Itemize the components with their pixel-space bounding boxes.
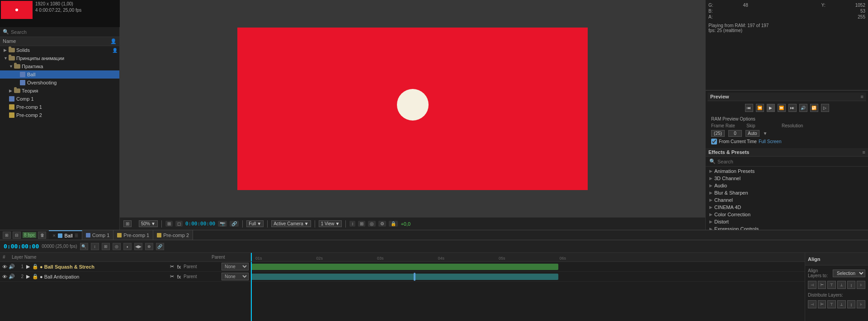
preview-alpha-btn[interactable]: ▷ [821, 104, 829, 112]
effects-search-bar[interactable]: 🔍 [706, 157, 868, 167]
dist-btn-4[interactable]: ⊥ [837, 300, 846, 308]
ep-color-correction[interactable]: ▶ Color Correction [706, 211, 868, 218]
tree-item-theory[interactable]: ▶ Теория [0, 87, 119, 95]
tl-btn-2[interactable]: ⊞ [102, 243, 110, 250]
lock-btn[interactable]: 🔒 [389, 221, 398, 227]
tab-close-ball[interactable]: ✕ [52, 233, 56, 238]
tree-item-ball[interactable]: Ball [0, 70, 119, 79]
bpc-badge[interactable]: 8 bpc [23, 232, 36, 238]
grid-btn[interactable]: ⊞ [165, 221, 173, 227]
tab-comp1[interactable]: Comp 1 [82, 230, 114, 240]
zoom-dropdown[interactable]: 50% ▼ [139, 220, 158, 227]
layer-audio-1[interactable]: 🔊 [9, 264, 14, 270]
dist-btn-6[interactable]: ⊦ [857, 300, 865, 308]
tl-btn-5[interactable]: ◀▶ [134, 243, 142, 250]
tree-item-overshooting[interactable]: Overshooting [0, 79, 119, 87]
ep-channel[interactable]: ▶ Channel [706, 196, 868, 204]
project-search-bar[interactable]: 🔍 [0, 27, 119, 37]
preview-loop-btn[interactable]: 🔁 [810, 104, 818, 112]
tree-item-solids[interactable]: ▶ Solids 👤 [0, 46, 119, 54]
layer-vis-2[interactable]: 👁 [2, 274, 7, 279]
tree-item-principles[interactable]: ▼ Принципы анимации [0, 54, 119, 62]
tl-search[interactable]: 🔍 [80, 243, 88, 250]
tl-btn-6[interactable]: ⊕ [145, 243, 153, 250]
grid-tool[interactable]: ⊞ [123, 220, 132, 227]
ep-audio[interactable]: ▶ Audio [706, 182, 868, 189]
from-current-checkbox[interactable] [711, 139, 717, 144]
preview-prev-btn[interactable]: ⏪ [756, 104, 764, 112]
ruler[interactable]: 01s 02s 03s 04s 05s 06s [251, 253, 805, 262]
playhead[interactable] [251, 262, 252, 321]
target-btn[interactable]: ◎ [368, 221, 376, 227]
layer-effects-1[interactable]: fx [176, 264, 182, 270]
dist-btn-5[interactable]: | [847, 300, 856, 308]
tl-btn-3[interactable]: ◎ [113, 243, 121, 250]
ep-3d-channel[interactable]: ▶ 3D Channel [706, 175, 868, 182]
layer-effects-2[interactable]: fx [176, 274, 182, 279]
project-search-input[interactable] [11, 29, 117, 35]
track-bar-2[interactable] [251, 274, 558, 280]
transfer-btn[interactable]: ↕ [349, 221, 355, 227]
tl-tool-2[interactable]: ⊟ [13, 232, 21, 239]
tab-precomp1[interactable]: Pre-comp 1 [113, 230, 153, 240]
full-screen-link[interactable]: Full Screen [759, 139, 782, 144]
ep-animation-presets[interactable]: ▶ Animation Presets [706, 167, 868, 175]
dist-btn-2[interactable]: ⊢ [818, 300, 826, 308]
layer-solo-2[interactable]: ✂ [169, 274, 175, 279]
preview-menu-icon[interactable]: ≡ [861, 94, 863, 99]
tl-btn-1[interactable]: ↕ [91, 243, 99, 250]
dist-btn-1[interactable]: ⊣ [808, 300, 816, 308]
frame-rate-value[interactable]: (25) [711, 130, 725, 137]
skip-value[interactable]: 0 [728, 130, 742, 137]
effects-search-input[interactable] [717, 159, 864, 164]
preview-play-btn[interactable]: ▶ [767, 104, 775, 112]
tab-menu-ball[interactable]: ☰ [75, 233, 78, 238]
tl-btn-7[interactable]: 🔗 [156, 243, 164, 250]
ep-blur-sharpen[interactable]: ▶ Blur & Sharpen [706, 189, 868, 196]
layer-expand-1[interactable]: ▶ [25, 264, 31, 270]
timeline-tracks[interactable] [251, 262, 805, 321]
preview-last-btn[interactable]: ⏭ [788, 104, 797, 112]
layer-expand-2[interactable]: ▶ [25, 274, 31, 279]
align-right-btn[interactable]: ⊤ [827, 281, 836, 289]
align-to-dropdown[interactable]: Selection [833, 270, 865, 277]
tl-tool-3[interactable]: 🗑 [38, 232, 46, 239]
camera-icon-btn[interactable]: 📷 [218, 221, 227, 227]
viewer-timecode[interactable]: 0:00:00:00 [185, 221, 215, 227]
align-vcenter-btn[interactable]: | [847, 281, 856, 289]
tl-timecode[interactable]: 0:00:00:00 [4, 243, 39, 250]
effects-menu-icon[interactable]: ≡ [863, 149, 865, 155]
tab-ball[interactable]: ✕ Ball ☰ [49, 230, 82, 240]
resolution-value[interactable]: Auto [745, 130, 760, 137]
chain-btn[interactable]: 🔗 [230, 221, 239, 227]
views-dropdown[interactable]: 1 View ▼ [319, 220, 342, 227]
tree-item-precomp2[interactable]: Pre-comp 2 [0, 111, 119, 119]
add-item-icon[interactable]: 👤 [110, 38, 117, 44]
align-top-btn[interactable]: ⊥ [837, 281, 846, 289]
add-icon-solids[interactable]: 👤 [112, 48, 118, 53]
layer-lock-1[interactable]: 🔒 [33, 264, 38, 270]
layer-lock-2[interactable]: 🔒 [33, 274, 38, 279]
tl-tool-1[interactable]: ⊞ [3, 232, 11, 239]
tree-item-practice[interactable]: ▼ Практика [0, 62, 119, 70]
align-left-btn[interactable]: ⊣ [808, 281, 816, 289]
layer-audio-2[interactable]: 🔊 [9, 274, 14, 279]
crop-btn[interactable]: ◻ [175, 221, 183, 227]
grid2-btn[interactable]: ⊞ [358, 221, 365, 227]
ep-expression-controls[interactable]: ▶ Expression Controls [706, 225, 868, 230]
tree-item-comp1[interactable]: Comp 1 [0, 95, 119, 103]
track-bar-1[interactable] [251, 264, 558, 270]
layer-vis-1[interactable]: 👁 [2, 264, 7, 270]
view-mode-dropdown[interactable]: Full ▼ [246, 220, 264, 227]
camera-dropdown[interactable]: Active Camera ▼ [271, 220, 311, 227]
parent-dropdown-2[interactable]: None [222, 273, 249, 280]
tree-item-precomp1[interactable]: Pre-comp 1 [0, 103, 119, 111]
align-bottom-btn[interactable]: ⊦ [857, 281, 865, 289]
preview-audio-btn[interactable]: 🔊 [799, 104, 807, 112]
align-hcenter-btn[interactable]: ⊢ [818, 281, 826, 289]
dist-btn-3[interactable]: ⊤ [827, 300, 836, 308]
layer-solo-1[interactable]: ✂ [169, 264, 175, 270]
settings-btn[interactable]: ⚙ [378, 221, 386, 227]
ep-distort[interactable]: ▶ Distort [706, 218, 868, 225]
ep-cinema4d[interactable]: ▶ CINEMA 4D [706, 204, 868, 211]
